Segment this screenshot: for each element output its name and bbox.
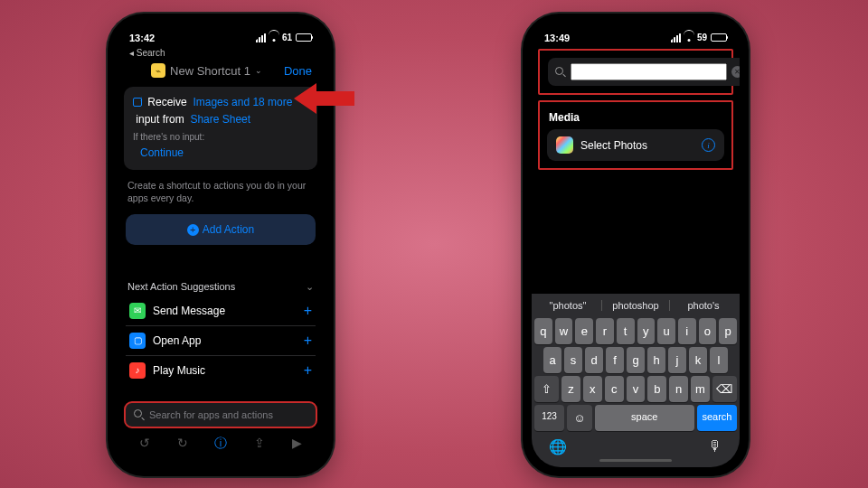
search-field[interactable]: ✕ xyxy=(548,58,740,86)
home-indicator[interactable] xyxy=(599,459,672,462)
key-k[interactable]: k xyxy=(689,347,707,373)
undo-icon[interactable]: ↺ xyxy=(139,436,150,452)
add-icon[interactable]: + xyxy=(304,333,312,349)
prediction-3[interactable]: photo's xyxy=(670,300,737,311)
key-f[interactable]: f xyxy=(606,347,624,373)
app-icon: ♪ xyxy=(129,362,146,379)
key-b[interactable]: b xyxy=(647,376,666,402)
key-d[interactable]: d xyxy=(585,347,603,373)
key-g[interactable]: g xyxy=(627,347,645,373)
search-field[interactable] xyxy=(124,401,317,428)
globe-icon[interactable]: 🌐 xyxy=(549,438,567,455)
suggestion-row[interactable]: ✉Send Message+ xyxy=(126,296,316,326)
desc-text: Create a shortcut to actions you do in y… xyxy=(127,179,314,205)
key-c[interactable]: c xyxy=(605,376,624,402)
wifi-icon xyxy=(269,33,279,42)
key-q[interactable]: q xyxy=(534,318,552,344)
highlight-box-search: ✕ Cancel xyxy=(538,49,733,95)
receive-types-link[interactable]: Images and 18 more xyxy=(193,96,292,108)
annotation-arrow xyxy=(289,76,362,121)
screen-right: 13:49 59 ✕ Cancel Media Selec xyxy=(532,23,740,467)
key-w[interactable]: w xyxy=(555,318,573,344)
result-label: Select Photos xyxy=(580,139,694,152)
key-e[interactable]: e xyxy=(575,318,593,344)
media-header: Media xyxy=(540,104,731,127)
key-o[interactable]: o xyxy=(699,318,717,344)
key-v[interactable]: v xyxy=(627,376,646,402)
noinput-label: If there's no input: xyxy=(133,130,308,145)
key-h[interactable]: h xyxy=(647,347,665,373)
key-x[interactable]: x xyxy=(583,376,602,402)
receive-card[interactable]: Receive Images and 18 more input from Sh… xyxy=(124,87,317,170)
highlight-box-result: Media Select Photos i xyxy=(538,100,733,170)
clear-icon[interactable]: ✕ xyxy=(731,66,740,78)
search-input[interactable] xyxy=(149,409,307,420)
suggestion-label: Play Music xyxy=(153,364,304,377)
chevron-down-icon: ⌄ xyxy=(306,281,314,293)
key-emoji[interactable]: ☺ xyxy=(567,405,592,431)
key-r[interactable]: r xyxy=(596,318,614,344)
key-p[interactable]: p xyxy=(719,318,737,344)
plus-circle-icon: + xyxy=(187,224,199,236)
key-search[interactable]: search xyxy=(697,405,737,431)
share-icon[interactable]: ⇪ xyxy=(254,436,265,452)
phone-right: 13:49 59 ✕ Cancel Media Selec xyxy=(523,14,749,476)
key-m[interactable]: m xyxy=(691,376,710,402)
key-n[interactable]: n xyxy=(669,376,688,402)
next-actions-header[interactable]: Next Action Suggestions ⌄ xyxy=(127,281,314,293)
page-title[interactable]: New Shortcut 1 xyxy=(170,64,250,78)
shortcut-icon[interactable]: ⌁ xyxy=(151,63,165,78)
receive-source-link[interactable]: Share Sheet xyxy=(190,113,250,126)
key-i[interactable]: i xyxy=(678,318,696,344)
key-y[interactable]: y xyxy=(637,318,656,344)
chevron-down-icon[interactable]: ⌄ xyxy=(255,66,262,75)
predictions: "photos" photoshop photo's xyxy=(534,297,737,315)
add-icon[interactable]: + xyxy=(304,362,312,379)
key-t[interactable]: t xyxy=(617,318,635,344)
key-shift[interactable]: ⇧ xyxy=(534,376,559,402)
info-icon[interactable]: ⓘ xyxy=(214,436,227,452)
add-icon[interactable]: + xyxy=(304,303,312,319)
key-z[interactable]: z xyxy=(561,376,580,402)
battery-pct: 59 xyxy=(697,33,707,42)
photos-app-icon xyxy=(556,136,573,154)
toolbar: ↺ ↻ ⓘ ⇪ ▶ xyxy=(117,432,325,455)
search-input[interactable] xyxy=(571,63,727,80)
next-actions-label: Next Action Suggestions xyxy=(127,281,235,292)
search-icon xyxy=(134,409,145,420)
search-bar: ✕ Cancel xyxy=(540,52,731,91)
key-l[interactable]: l xyxy=(710,347,728,373)
key-backspace[interactable]: ⌫ xyxy=(712,376,737,402)
prediction-2[interactable]: photoshop xyxy=(602,300,670,311)
add-action-button[interactable]: +Add Action xyxy=(126,214,316,245)
suggestion-label: Open App xyxy=(153,334,304,347)
key-s[interactable]: s xyxy=(564,347,582,373)
keyboard: "photos" photoshop photo's qwertyuiop as… xyxy=(532,294,740,467)
key-space[interactable]: space xyxy=(595,405,694,431)
result-row-select-photos[interactable]: Select Photos i xyxy=(547,129,724,161)
play-icon[interactable]: ▶ xyxy=(292,436,302,452)
key-a[interactable]: a xyxy=(543,347,561,373)
prediction-1[interactable]: "photos" xyxy=(534,300,602,311)
wifi-icon xyxy=(684,33,694,42)
battery-icon xyxy=(711,33,727,42)
notch xyxy=(180,23,261,42)
receive-icon xyxy=(133,98,142,107)
app-icon: ✉ xyxy=(129,303,146,319)
suggestion-row[interactable]: ♪Play Music+ xyxy=(126,356,316,385)
suggestion-row[interactable]: ▢Open App+ xyxy=(126,326,316,356)
breadcrumb-back[interactable]: ◂ Search xyxy=(117,48,325,58)
redo-icon[interactable]: ↻ xyxy=(177,436,188,452)
receive-text-1: Receive xyxy=(147,96,186,108)
noinput-continue-link[interactable]: Continue xyxy=(140,145,308,162)
key-j[interactable]: j xyxy=(668,347,686,373)
notch xyxy=(595,23,676,42)
mic-icon[interactable]: 🎙 xyxy=(708,438,722,455)
time: 13:42 xyxy=(129,33,155,43)
key-u[interactable]: u xyxy=(657,318,675,344)
suggestion-label: Send Message xyxy=(153,305,304,317)
time: 13:49 xyxy=(544,33,570,43)
status-right: 61 xyxy=(256,33,312,42)
key-123[interactable]: 123 xyxy=(534,405,564,431)
info-icon[interactable]: i xyxy=(702,138,715,152)
